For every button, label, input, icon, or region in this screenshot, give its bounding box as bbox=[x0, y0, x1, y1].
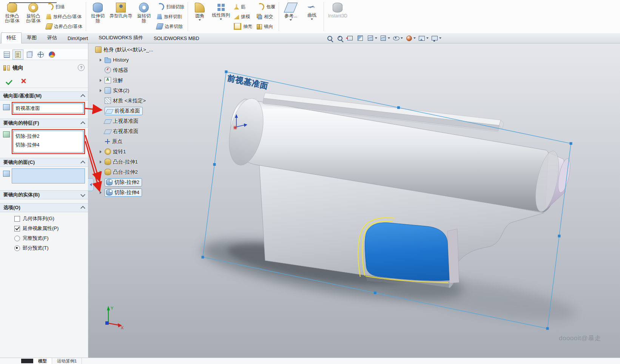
dropdown-caret-icon[interactable] bbox=[311, 19, 313, 20]
tab-scroll-button[interactable] bbox=[21, 359, 33, 363]
view-orientation-icon[interactable] bbox=[366, 34, 375, 42]
curves-button[interactable]: 曲线 bbox=[301, 0, 322, 33]
shell-button[interactable]: 抽壳 bbox=[234, 22, 252, 31]
expand-chevron-icon[interactable] bbox=[80, 192, 85, 197]
panel-splitter[interactable] bbox=[88, 43, 94, 358]
sweep-button[interactable]: 扫描 bbox=[46, 3, 82, 11]
wrap-button[interactable]: 包覆 bbox=[257, 3, 275, 11]
dropdown-caret-icon[interactable] bbox=[388, 37, 390, 39]
expand-arrow-icon[interactable] bbox=[100, 190, 105, 195]
list-item[interactable]: 切除-拉伸4 bbox=[15, 140, 81, 149]
section-view-icon[interactable] bbox=[356, 34, 364, 42]
tree-item-front-plane[interactable]: 前视基准面 bbox=[94, 106, 189, 116]
dimxpertmanager-tab[interactable] bbox=[35, 49, 46, 60]
display-style-icon[interactable] bbox=[379, 34, 387, 42]
tab-motion-study[interactable]: 运动算例1 bbox=[52, 358, 82, 364]
linear-pattern-button[interactable]: 线性阵列 bbox=[210, 0, 231, 33]
tree-item-history[interactable]: History bbox=[94, 55, 189, 65]
configurationmanager-tab[interactable] bbox=[24, 49, 35, 60]
expand-arrow-icon[interactable] bbox=[100, 169, 105, 175]
selection-handle[interactable] bbox=[213, 163, 216, 166]
section-mirror-plane[interactable]: 镜向面/基准面(M) bbox=[0, 91, 88, 100]
fillet-button[interactable]: 圆角 bbox=[189, 0, 210, 33]
radio-partial-preview[interactable] bbox=[14, 245, 20, 251]
tree-item-top-plane[interactable]: 上视基准面 bbox=[94, 116, 189, 126]
expand-arrow-icon[interactable] bbox=[100, 88, 105, 93]
ok-button[interactable] bbox=[6, 79, 12, 85]
instant3d-button[interactable]: Instant3D bbox=[325, 0, 350, 33]
help-icon[interactable]: ? bbox=[78, 64, 85, 71]
collapse-chevron-icon[interactable] bbox=[80, 121, 85, 126]
selection-handle[interactable] bbox=[202, 256, 204, 259]
collapse-chevron-icon[interactable] bbox=[80, 160, 85, 165]
dropdown-caret-icon[interactable] bbox=[375, 37, 377, 39]
faces-to-mirror-list[interactable] bbox=[12, 168, 85, 184]
dropdown-caret-icon[interactable] bbox=[220, 19, 222, 20]
expand-arrow-icon[interactable] bbox=[100, 77, 105, 83]
edit-appearance-icon[interactable] bbox=[405, 34, 413, 42]
apply-scene-icon[interactable] bbox=[418, 34, 426, 42]
option-geometry-pattern[interactable]: 几何体阵列(G) bbox=[0, 214, 88, 224]
option-partial-preview[interactable]: 部分预览(T) bbox=[0, 243, 88, 253]
tree-item-cut-extrude4[interactable]: 切除-拉伸4 bbox=[94, 187, 189, 197]
tab-model[interactable]: 模型 bbox=[33, 358, 52, 364]
draft-button[interactable]: 拔模 bbox=[234, 12, 252, 21]
dropdown-caret-icon[interactable] bbox=[439, 37, 441, 39]
collapse-chevron-icon[interactable] bbox=[80, 206, 85, 211]
selection-handle[interactable] bbox=[225, 71, 228, 73]
lofted-cut-button[interactable]: 放样切割 bbox=[157, 12, 184, 21]
hide-show-items-icon[interactable] bbox=[392, 34, 400, 42]
view-settings-icon[interactable] bbox=[430, 34, 439, 42]
tab-features[interactable]: 特征 bbox=[1, 32, 22, 43]
swept-cut-button[interactable]: 扫描切除 bbox=[157, 3, 184, 11]
loft-button[interactable]: 放样凸台/基体 bbox=[46, 12, 82, 21]
tree-item-cut-extrude2[interactable]: 切除-拉伸2 bbox=[94, 177, 189, 187]
section-faces-to-mirror[interactable]: 要镜向的面(C) bbox=[0, 158, 88, 167]
checkbox-propagate[interactable] bbox=[14, 226, 20, 231]
dropdown-caret-icon[interactable] bbox=[199, 19, 201, 21]
features-to-mirror-list[interactable]: 切除-拉伸2 切除-拉伸4 bbox=[13, 131, 83, 153]
revolved-boss-button[interactable]: 旋转凸台/基体 bbox=[23, 0, 44, 33]
tree-item-boss-extrude1[interactable]: 凸台-拉伸1 bbox=[94, 157, 189, 167]
zoom-area-icon[interactable] bbox=[336, 34, 344, 42]
tab-sketch[interactable]: 草图 bbox=[22, 32, 42, 43]
collapse-panel-handle[interactable] bbox=[88, 178, 94, 191]
rib-button[interactable]: 筋 bbox=[234, 3, 252, 11]
tree-item-part[interactable]: 枪身 (默认<<默认>_... bbox=[94, 45, 189, 55]
dropdown-caret-icon[interactable] bbox=[413, 37, 416, 39]
section-bodies-to-mirror[interactable]: 要镜向的实体(B) bbox=[0, 190, 88, 199]
cancel-button[interactable] bbox=[20, 78, 26, 85]
reference-geometry-button[interactable]: 参考... bbox=[280, 0, 301, 33]
boundary-cut-button[interactable]: 边界切除 bbox=[157, 22, 184, 31]
previous-view-icon[interactable] bbox=[346, 34, 354, 42]
tab-solidworks-mbd[interactable]: SOLIDWORKS MBD bbox=[148, 34, 205, 43]
tab-solidworks-addins[interactable]: SOLIDWORKS 插件 bbox=[93, 32, 148, 43]
collapse-chevron-icon[interactable] bbox=[80, 94, 85, 99]
featuremanager-tab[interactable] bbox=[1, 49, 12, 60]
list-item[interactable]: 切除-拉伸2 bbox=[15, 132, 81, 140]
selection-handle[interactable] bbox=[570, 142, 572, 145]
option-full-preview[interactable]: 完整预览(F) bbox=[0, 233, 88, 243]
extruded-boss-button[interactable]: 拉伸凸台/基体 bbox=[2, 0, 23, 33]
boundary-boss-button[interactable]: 边界凸台/基体 bbox=[46, 22, 82, 31]
tree-item-sensors[interactable]: 传感器 bbox=[94, 65, 189, 75]
selection-handle[interactable] bbox=[558, 235, 561, 238]
revolved-cut-button[interactable]: 旋转切除 bbox=[133, 0, 154, 33]
dropdown-caret-icon[interactable] bbox=[401, 37, 403, 39]
dropdown-caret-icon[interactable] bbox=[290, 19, 292, 21]
expand-arrow-icon[interactable] bbox=[100, 57, 105, 63]
selection-handle[interactable] bbox=[397, 106, 400, 109]
expand-arrow-icon[interactable] bbox=[100, 149, 105, 154]
propertymanager-tab[interactable] bbox=[12, 49, 23, 60]
dropdown-caret-icon[interactable] bbox=[426, 37, 429, 39]
selection-handle[interactable] bbox=[374, 292, 376, 294]
tab-evaluate[interactable]: 评估 bbox=[42, 32, 62, 43]
zoom-fit-icon[interactable] bbox=[325, 34, 334, 42]
tree-item-solid-bodies[interactable]: 实体(2) bbox=[94, 85, 189, 96]
expand-arrow-icon[interactable] bbox=[100, 179, 105, 185]
displaymanager-tab[interactable] bbox=[46, 49, 57, 60]
checkbox-geometry-pattern[interactable] bbox=[14, 216, 20, 222]
tree-item-right-plane[interactable]: 右视基准面 bbox=[94, 126, 189, 136]
mirror-plane-input[interactable]: 前视基准面 bbox=[13, 103, 83, 113]
tree-item-material[interactable]: 材质 <未指定> bbox=[94, 96, 189, 106]
